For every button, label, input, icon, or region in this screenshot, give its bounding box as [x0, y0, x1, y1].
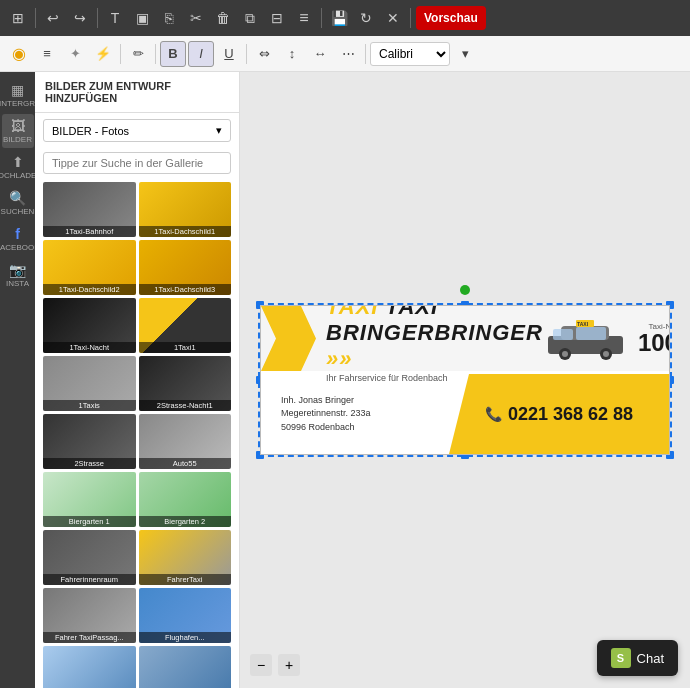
- business-card: TAXI TAXI BRINGERBRINGER »» Ihr Fahrserv…: [260, 305, 670, 455]
- list-item[interactable]: 1Taxi1: [139, 298, 232, 353]
- list-item[interactable]: Biergarten 2: [139, 472, 232, 527]
- list-item[interactable]: 1Taxis: [43, 356, 136, 411]
- panel-header: BILDER ZUM ENTWURF HINZUFÜGEN: [35, 72, 239, 113]
- biz-phone-number: 0221 368 62 88: [508, 404, 633, 425]
- separator: [321, 8, 322, 28]
- text-width-icon[interactable]: ↔: [307, 41, 333, 67]
- list-item[interactable]: Flugzeug: [139, 646, 232, 688]
- biz-address-section: Inh. Jonas Bringer Megeretinnenstr. 233a…: [261, 374, 449, 454]
- image-label: 1Taxi-Bahnhof: [43, 226, 136, 237]
- magic-icon[interactable]: ✦: [62, 41, 88, 67]
- list-item[interactable]: 1Taxi-Dachschild2: [43, 240, 136, 295]
- copy-icon[interactable]: ⎘: [157, 6, 181, 30]
- save-icon[interactable]: 💾: [327, 6, 351, 30]
- text-height-icon[interactable]: ↕: [279, 41, 305, 67]
- taxi-nr-value: 100: [638, 331, 669, 355]
- zoom-controls: − +: [250, 654, 300, 676]
- svg-point-4: [562, 351, 568, 357]
- biz-card-content: TAXI TAXI BRINGERBRINGER »» Ihr Fahrserv…: [261, 306, 669, 454]
- car-image: TAXI: [543, 316, 628, 361]
- close-icon[interactable]: ✕: [381, 6, 405, 30]
- list-item[interactable]: Fahrer TaxiPassag...: [43, 588, 136, 643]
- image-label: 2Strasse-Nacht1: [139, 400, 232, 411]
- image-label: 1Taxi-Dachschild3: [139, 284, 232, 295]
- frame-icon[interactable]: ▣: [130, 6, 154, 30]
- underline-button[interactable]: U: [216, 41, 242, 67]
- sidebar-item-instagram[interactable]: 📷 INSTA: [2, 258, 34, 292]
- list-item[interactable]: 2Strasse-Nacht1: [139, 356, 232, 411]
- pen-icon[interactable]: ✏: [125, 41, 151, 67]
- arrange-icon[interactable]: ⊟: [265, 6, 289, 30]
- bold-button[interactable]: B: [160, 41, 186, 67]
- image-label: Fahrer TaxiPassag...: [43, 632, 136, 643]
- refresh-icon[interactable]: ↻: [354, 6, 378, 30]
- svg-text:TAXI: TAXI: [577, 321, 589, 327]
- image-label: 1Taxi-Dachschild1: [139, 226, 232, 237]
- duplicate-icon[interactable]: ⧉: [238, 6, 262, 30]
- shopify-logo-icon: S: [611, 648, 631, 668]
- images-category-dropdown[interactable]: BILDER - Fotos ▾: [43, 119, 231, 142]
- image-grid: 1Taxi-Bahnhof 1Taxi-Dachschild1 1Taxi-Da…: [35, 178, 239, 688]
- separator: [97, 8, 98, 28]
- more-options-icon[interactable]: ⋯: [335, 41, 361, 67]
- chat-label: Chat: [637, 651, 664, 666]
- cut-icon[interactable]: ✂: [184, 6, 208, 30]
- text-icon[interactable]: T: [103, 6, 127, 30]
- sidebar-item-search[interactable]: 🔍 SUCHEN: [2, 186, 34, 220]
- list-item[interactable]: 1Taxi-Bahnhof: [43, 182, 136, 237]
- list-item[interactable]: 1Taxi-Dachschild3: [139, 240, 232, 295]
- font-dropdown-arrow-icon[interactable]: ▾: [452, 41, 478, 67]
- list-item[interactable]: 2Strasse: [43, 414, 136, 469]
- image-label: Flughafen...: [139, 632, 232, 643]
- gallery-search-input[interactable]: [43, 152, 231, 174]
- image-label: Biergarten 2: [139, 516, 232, 527]
- image-label: 1Taxi-Dachschild2: [43, 284, 136, 295]
- font-selector[interactable]: Calibri: [370, 42, 450, 66]
- biz-bottom-bar: Inh. Jonas Bringer Megeretinnenstr. 233a…: [261, 374, 669, 454]
- list-item[interactable]: Biergarten 1: [43, 472, 136, 527]
- chat-button[interactable]: S Chat: [597, 640, 678, 676]
- layers-icon[interactable]: ≡: [292, 6, 316, 30]
- background-icon: ▦: [11, 82, 24, 98]
- grid-icon[interactable]: ⊞: [6, 6, 30, 30]
- list-item[interactable]: Flugzeug: [43, 646, 136, 688]
- align-center-icon[interactable]: ≡: [34, 41, 60, 67]
- biz-phone-section: 📞 0221 368 62 88: [449, 374, 669, 454]
- list-item[interactable]: Fahrerinnenraum: [43, 530, 136, 585]
- redo-icon[interactable]: ↪: [68, 6, 92, 30]
- sidebar-item-upload[interactable]: ⬆ HOCHLADE...: [2, 150, 34, 184]
- biz-address: Inh. Jonas Bringer Megeretinnenstr. 233a…: [281, 394, 371, 435]
- undo-icon[interactable]: ↩: [41, 6, 65, 30]
- italic-button[interactable]: I: [188, 41, 214, 67]
- svg-point-5: [603, 351, 609, 357]
- list-item[interactable]: 1Taxi-Dachschild1: [139, 182, 232, 237]
- list-item[interactable]: FahrerTaxi: [139, 530, 232, 585]
- separator: [246, 44, 247, 64]
- sidebar-item-images[interactable]: 🖼 BILDER: [2, 114, 34, 148]
- rotate-handle[interactable]: [460, 285, 470, 295]
- phone-icon: 📞: [485, 406, 502, 422]
- selected-element-container[interactable]: TAXI TAXI BRINGERBRINGER »» Ihr Fahrserv…: [260, 305, 670, 455]
- chevron-right-icon: »»: [326, 346, 352, 371]
- preview-button[interactable]: Vorschau: [416, 6, 486, 30]
- image-label: Biergarten 1: [43, 516, 136, 527]
- facebook-icon: f: [15, 226, 20, 242]
- biz-top-bar: TAXI TAXI BRINGERBRINGER »» Ihr Fahrserv…: [261, 306, 669, 371]
- sidebar-item-facebook[interactable]: f FACEBOOK: [2, 222, 34, 256]
- chevron-left-icon: [261, 306, 316, 371]
- lightning-icon[interactable]: ⚡: [90, 41, 116, 67]
- sidebar-item-background[interactable]: ▦ HINTERGR...: [2, 78, 34, 112]
- zoom-in-button[interactable]: +: [278, 654, 300, 676]
- image-label: 2Strasse: [43, 458, 136, 469]
- list-item[interactable]: Flughafen...: [139, 588, 232, 643]
- image-panel: BILDER ZUM ENTWURF HINZUFÜGEN BILDER - F…: [35, 72, 240, 688]
- list-item[interactable]: 1Taxi-Nacht: [43, 298, 136, 353]
- delete-icon[interactable]: 🗑: [211, 6, 235, 30]
- align-h-icon[interactable]: ⇔: [251, 41, 277, 67]
- color-fill-icon[interactable]: ◉: [6, 41, 32, 67]
- zoom-out-button[interactable]: −: [250, 654, 272, 676]
- separator: [365, 44, 366, 64]
- images-icon: 🖼: [11, 118, 25, 134]
- list-item[interactable]: Auto55: [139, 414, 232, 469]
- svg-rect-7: [576, 327, 606, 340]
